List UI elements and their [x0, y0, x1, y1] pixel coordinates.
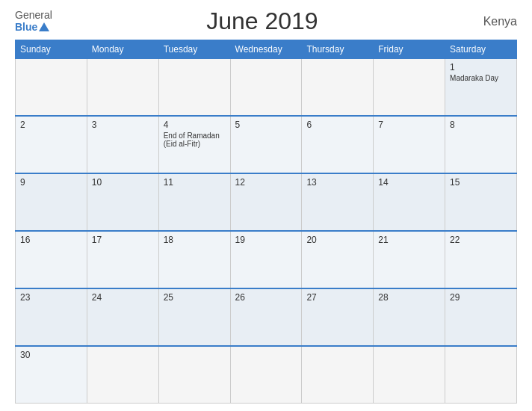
calendar-header-row: SundayMondayTuesdayWednesdayThursdayFrid…	[16, 40, 517, 59]
day-number: 17	[92, 235, 154, 245]
calendar-week-row: 23242526272829	[16, 288, 517, 346]
calendar-cell	[302, 346, 374, 404]
day-number: 23	[20, 292, 82, 303]
calendar-cell: 27	[302, 288, 374, 346]
calendar-cell	[16, 59, 87, 117]
calendar-cell	[374, 59, 445, 117]
day-number: 22	[450, 235, 512, 245]
page-header: General Blue June 2019 Kenya	[15, 7, 517, 35]
calendar-cell	[158, 346, 230, 404]
calendar-cell: 29	[445, 288, 517, 346]
day-number: 20	[306, 235, 368, 245]
day-number: 19	[235, 235, 297, 245]
day-number: 13	[306, 177, 368, 188]
calendar-cell	[230, 59, 302, 117]
country-label: Kenya	[472, 15, 517, 28]
day-number: 9	[20, 177, 82, 188]
day-header-saturday: Saturday	[445, 40, 517, 59]
day-number: 18	[164, 235, 226, 245]
logo: General Blue	[15, 10, 52, 33]
day-number: 1	[450, 62, 512, 72]
calendar-cell: 22	[445, 231, 517, 288]
calendar-cell: 11	[158, 173, 230, 231]
day-header-sunday: Sunday	[16, 40, 87, 59]
day-number: 21	[378, 235, 440, 245]
calendar-week-row: 9101112131415	[16, 173, 517, 231]
day-number: 24	[92, 292, 154, 303]
calendar-cell: 9	[16, 173, 87, 231]
logo-general-text: General	[15, 10, 52, 21]
day-number: 12	[235, 177, 297, 188]
calendar-cell	[445, 346, 517, 404]
calendar-cell: 18	[158, 231, 230, 288]
calendar-cell: 23	[16, 288, 87, 346]
calendar-cell: 24	[87, 288, 158, 346]
day-event: Madaraka Day	[450, 74, 512, 82]
calendar-cell: 7	[374, 116, 445, 173]
calendar-cell: 15	[445, 173, 517, 231]
day-header-tuesday: Tuesday	[158, 40, 230, 59]
calendar-week-row: 1Madaraka Day	[16, 59, 517, 117]
calendar-week-row: 30	[16, 346, 517, 404]
calendar-cell: 6	[302, 116, 374, 173]
calendar-cell: 17	[87, 231, 158, 288]
logo-blue-text: Blue	[15, 22, 37, 33]
calendar-cell: 25	[158, 288, 230, 346]
day-number: 11	[164, 177, 226, 188]
day-number: 29	[450, 292, 512, 303]
calendar-cell: 28	[374, 288, 445, 346]
calendar-cell: 14	[374, 173, 445, 231]
day-header-friday: Friday	[374, 40, 445, 59]
calendar-cell: 1Madaraka Day	[445, 59, 517, 117]
calendar-cell	[87, 59, 158, 117]
day-header-monday: Monday	[87, 40, 158, 59]
day-number: 8	[450, 120, 512, 130]
logo-triangle-icon	[39, 22, 49, 31]
calendar-cell: 3	[87, 116, 158, 173]
calendar-cell	[158, 59, 230, 117]
calendar-cell: 19	[230, 231, 302, 288]
calendar-week-row: 234End of Ramadan (Eid al-Fitr)5678	[16, 116, 517, 173]
calendar-title: June 2019	[52, 7, 472, 35]
calendar-week-row: 16171819202122	[16, 231, 517, 288]
day-number: 10	[92, 177, 154, 188]
calendar-table: SundayMondayTuesdayWednesdayThursdayFrid…	[15, 40, 517, 404]
day-number: 14	[378, 177, 440, 188]
day-number: 30	[20, 350, 82, 360]
calendar-cell: 8	[445, 116, 517, 173]
calendar-cell: 30	[16, 346, 87, 404]
calendar-cell: 12	[230, 173, 302, 231]
calendar-cell: 26	[230, 288, 302, 346]
day-number: 4	[164, 120, 226, 130]
calendar-cell	[230, 346, 302, 404]
calendar-cell: 5	[230, 116, 302, 173]
day-number: 25	[164, 292, 226, 303]
day-number: 6	[306, 120, 368, 130]
day-number: 5	[235, 120, 297, 130]
day-event: End of Ramadan (Eid al-Fitr)	[164, 132, 226, 148]
day-number: 2	[20, 120, 82, 130]
calendar-cell: 16	[16, 231, 87, 288]
calendar-cell: 13	[302, 173, 374, 231]
calendar-cell: 4End of Ramadan (Eid al-Fitr)	[158, 116, 230, 173]
calendar-cell	[87, 346, 158, 404]
day-number: 15	[450, 177, 512, 188]
day-number: 26	[235, 292, 297, 303]
calendar-cell	[302, 59, 374, 117]
calendar-cell: 20	[302, 231, 374, 288]
calendar-cell: 2	[16, 116, 87, 173]
day-header-wednesday: Wednesday	[230, 40, 302, 59]
day-number: 7	[378, 120, 440, 130]
calendar-cell	[374, 346, 445, 404]
day-number: 3	[92, 120, 154, 130]
day-number: 28	[378, 292, 440, 303]
day-number: 27	[306, 292, 368, 303]
calendar-cell: 10	[87, 173, 158, 231]
calendar-cell: 21	[374, 231, 445, 288]
day-number: 16	[20, 235, 82, 245]
day-header-thursday: Thursday	[302, 40, 374, 59]
